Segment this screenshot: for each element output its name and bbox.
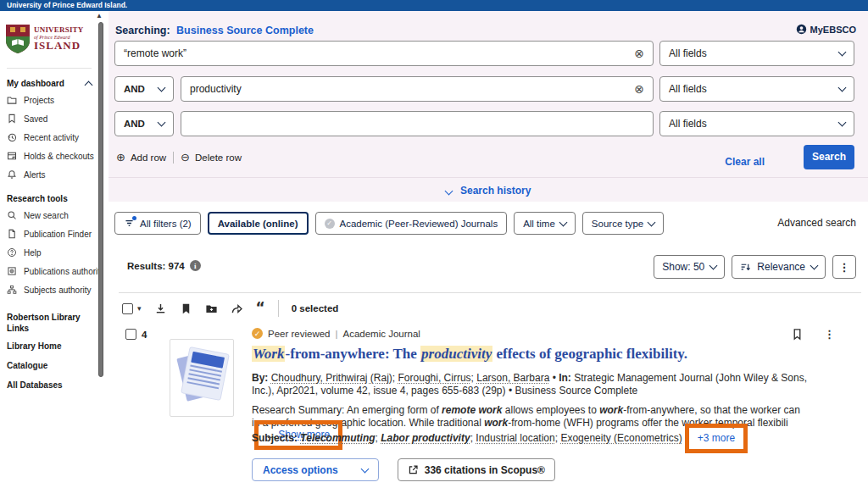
toolbar-divider (119, 292, 861, 293)
author-link[interactable]: Larson, Barbara (476, 372, 549, 384)
field-select-3[interactable]: All fields (659, 111, 854, 136)
filter-peer-reviewed[interactable]: ✓ Academic (Peer-Reviewed) Journals (315, 212, 508, 235)
chevron-down-icon (838, 48, 847, 57)
clear-all-link[interactable]: Clear all (725, 156, 765, 168)
clear-input-1-icon[interactable]: ⊗ (634, 47, 644, 59)
chevron-down-icon (559, 218, 567, 226)
sidebar-item-alerts[interactable]: Alerts (0, 165, 98, 184)
sidebar-item-holds-checkouts[interactable]: Holds & checkouts (0, 147, 98, 165)
select-caret-icon[interactable]: ▾ (137, 304, 142, 313)
search-term-input-1[interactable]: “remote work” ⊗ (114, 41, 654, 66)
result-checkbox[interactable] (125, 329, 136, 340)
search-button[interactable]: Search (804, 145, 854, 169)
help-icon (7, 247, 17, 258)
source-type-label: Academic Journal (343, 329, 420, 339)
top-banner: University of Prince Edward Island. (0, 0, 868, 11)
plus-circle-icon: ⊕ (116, 151, 125, 164)
bookmark-icon (7, 114, 17, 124)
results-options-menu[interactable]: ⋮ (832, 255, 856, 279)
search-history-toggle[interactable]: Search history (108, 185, 868, 197)
subject-link[interactable]: Exogeneity (Econometrics) (560, 432, 682, 444)
sidebar: UNIVERSITY of Prince Edward ISLAND My da… (0, 11, 98, 488)
share-icon[interactable] (231, 302, 243, 315)
result-badges: ✓ Peer reviewed | Academic Journal (252, 328, 420, 339)
result-database: Business Source Complete (515, 385, 637, 396)
author-link[interactable]: Choudhury, Prithwiraj (Raj) (271, 372, 392, 384)
filter-source-type[interactable]: Source type (582, 212, 664, 235)
add-to-project-icon[interactable] (205, 302, 218, 315)
sidebar-item-library-home[interactable]: Library Home (0, 336, 98, 356)
sidebar-item-catalogue[interactable]: Catalogue (0, 356, 98, 375)
sidebar-item-projects[interactable]: Projects (0, 91, 98, 109)
search-term-input-3[interactable] (181, 111, 654, 136)
sidebar-item-publication-finder[interactable]: Publication Finder (0, 225, 98, 243)
scrollbar-up-arrow[interactable]: ▲ (96, 13, 103, 19)
chevron-up-icon (85, 80, 93, 89)
operator-select-3[interactable]: AND (114, 111, 174, 136)
subject-link[interactable]: Industrial location (476, 432, 554, 444)
sidebar-header-my-dashboard[interactable]: My dashboard (7, 79, 92, 88)
external-link-icon (408, 464, 419, 475)
bookmark-icon[interactable] (791, 328, 804, 341)
show-per-page-select[interactable]: Show: 50 (654, 255, 725, 279)
result-kebab-icon[interactable]: ⋮ (824, 328, 835, 341)
institution-name: University of Prince Edward Island. (7, 1, 127, 9)
download-icon[interactable] (154, 302, 167, 315)
cite-icon[interactable]: “ (256, 303, 265, 313)
result-number: 4 (142, 330, 147, 340)
sidebar-header-library-links: Robertson Library Links (7, 313, 92, 334)
info-icon[interactable]: i (190, 260, 201, 271)
more-subjects-link[interactable]: +3 more (698, 432, 735, 444)
publications-icon (7, 266, 17, 276)
delete-row-button[interactable]: ⊖ Delete row (181, 151, 242, 164)
result-thumbnail[interactable] (170, 339, 234, 417)
sidebar-divider (7, 68, 92, 69)
myebsco-button[interactable]: MyEBSCO (796, 24, 856, 35)
field-select-1[interactable]: All fields (659, 41, 854, 66)
result-title-link[interactable]: Work-from-anywhere: The productivity eff… (252, 346, 687, 363)
add-row-button[interactable]: ⊕ Add row (116, 151, 166, 164)
subject-link[interactable]: Labor productivity (381, 432, 470, 444)
annotation-box-more-subjects: +3 more (685, 424, 748, 453)
search-term-2-value: productivity (190, 83, 242, 95)
upei-logo: UNIVERSITY of Prince Edward ISLAND (5, 24, 98, 54)
operator-select-2[interactable]: AND (114, 76, 174, 102)
divider (173, 152, 174, 164)
field-select-2[interactable]: All fields (659, 76, 854, 102)
sidebar-item-subjects-authority[interactable]: Subjects authority (0, 280, 98, 299)
database-link[interactable]: Business Source Complete (176, 25, 314, 36)
thumbnail-front-page (181, 347, 228, 400)
author-link[interactable]: Foroughi, Cirrus (398, 372, 471, 384)
clear-input-2-icon[interactable]: ⊗ (634, 83, 644, 95)
account-label: MyEBSCO (810, 25, 856, 35)
history-icon (7, 132, 17, 142)
citations-button[interactable]: 336 citations in Scopus® (398, 458, 555, 481)
results-count: Results: 974 (127, 261, 185, 271)
chevron-down-icon (648, 218, 656, 226)
search-term-input-2[interactable]: productivity ⊗ (181, 76, 654, 102)
all-filters-button[interactable]: All filters (2) (114, 212, 201, 235)
chevron-down-icon (158, 119, 166, 127)
sidebar-item-new-search[interactable]: New search (0, 206, 98, 225)
save-bookmark-icon[interactable] (180, 302, 192, 315)
sidebar-header-research-tools: Research tools (7, 194, 92, 203)
sidebar-item-all-databases[interactable]: All Databases (0, 375, 98, 395)
sidebar-item-saved[interactable]: Saved (0, 109, 98, 128)
filter-available-online[interactable]: Available (online) (208, 212, 309, 235)
advanced-search-link[interactable]: Advanced search (777, 217, 856, 229)
sidebar-item-help[interactable]: Help (0, 243, 98, 262)
access-options-button[interactable]: Access options (252, 458, 379, 481)
subject-link[interactable]: Telecommuting (300, 432, 375, 444)
sidebar-item-recent-activity[interactable]: Recent activity (0, 128, 98, 147)
chevron-down-icon (360, 464, 369, 473)
result-actions: Access options 336 citations in Scopus® (252, 458, 555, 481)
chevron-down-icon (444, 187, 453, 196)
filter-all-time[interactable]: All time (514, 212, 576, 235)
sort-icon (740, 262, 751, 273)
filter-row: All filters (2) Available (online) ✓ Aca… (114, 212, 664, 235)
chevron-down-icon (838, 119, 847, 127)
sort-select[interactable]: Relevance (732, 255, 826, 279)
select-all-checkbox[interactable] (122, 303, 133, 314)
vertical-scrollbar[interactable] (98, 22, 103, 377)
sidebar-item-publications-authority[interactable]: Publications authorit (0, 262, 98, 280)
